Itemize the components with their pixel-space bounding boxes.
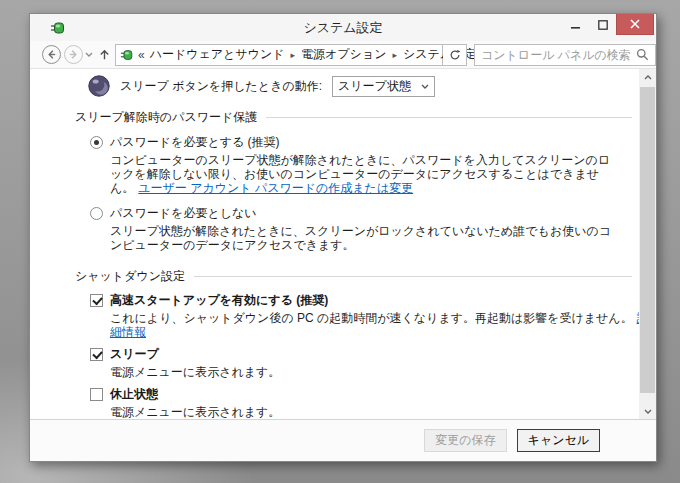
checkbox-label[interactable]: 高速スタートアップを有効にする (推奨)	[110, 292, 328, 309]
search-icon[interactable]	[636, 48, 649, 61]
breadcrumb-separator-icon: ▸	[291, 50, 296, 60]
description-text: 電源メニューに表示されます。	[110, 365, 280, 379]
section-divider	[194, 276, 632, 277]
radio-label[interactable]: パスワードを必要としない	[110, 205, 257, 222]
option-description: 電源メニューに表示されます。	[110, 405, 656, 419]
section-divider	[266, 117, 632, 118]
breadcrumb-separator-icon: ▸	[392, 50, 397, 60]
settings-content: スリープ ボタンを押したときの動作: スリープ状態 スリープ解除時のパスワード保…	[30, 69, 656, 419]
maximize-icon	[598, 20, 608, 30]
search-input[interactable]	[481, 48, 636, 62]
refresh-button[interactable]	[443, 44, 467, 66]
cancel-button[interactable]: キャンセル	[517, 429, 600, 452]
scroll-down-button[interactable]	[639, 403, 656, 419]
description-text: これにより、シャットダウン後の PC の起動時間が速くなります。再起動は影響を受…	[110, 311, 633, 325]
section-title: シャットダウン設定	[75, 268, 185, 285]
save-changes-button[interactable]: 変更の保存	[424, 429, 506, 452]
password-protection-section-header: スリープ解除時のパスワード保護	[75, 109, 632, 126]
sleep-action-selected-value: スリープ状態	[338, 78, 411, 95]
create-password-link[interactable]: ユーザー アカウント パスワードの作成または変更	[138, 181, 413, 195]
option-description: 電源メニューに表示されます。	[110, 365, 656, 379]
close-icon	[630, 19, 640, 29]
forward-arrow-icon	[68, 49, 79, 60]
radio-label[interactable]: パスワードを必要とする (推奨)	[110, 134, 280, 151]
sleep-action-select[interactable]: スリープ状態	[332, 76, 435, 97]
fast-startup-checkbox[interactable]	[90, 294, 103, 307]
refresh-icon	[449, 49, 461, 61]
caption-controls	[562, 14, 654, 35]
sleep-option: スリープ 電源メニューに表示されます。	[90, 346, 656, 379]
description-text: 電源メニューに表示されます。	[110, 405, 280, 419]
option-description: スリープ状態が解除されたときに、スクリーンがロックされていないため誰でもお使いの…	[110, 224, 618, 252]
breadcrumb-item-power-options[interactable]: 電源オプション	[301, 46, 386, 63]
section-title: スリープ解除時のパスワード保護	[75, 109, 257, 126]
title-bar[interactable]: システム設定	[30, 14, 656, 41]
back-arrow-icon	[46, 49, 57, 60]
require-password-option: パスワードを必要とする (推奨) コンピューターのスリープ状態が解除されたときに…	[90, 134, 656, 195]
no-password-option: パスワードを必要としない スリープ状態が解除されたときに、スクリーンがロックされ…	[90, 205, 656, 252]
breadcrumb-overflow-chevron[interactable]: «	[138, 48, 145, 62]
chevron-up-icon	[644, 75, 652, 80]
up-button[interactable]	[98, 48, 111, 61]
option-description: これにより、シャットダウン後の PC の起動時間が速くなります。再起動は影響を受…	[110, 311, 656, 339]
vertical-scrollbar[interactable]	[639, 69, 656, 419]
hibernate-checkbox[interactable]	[90, 388, 103, 401]
minimize-button[interactable]	[562, 14, 589, 35]
up-arrow-icon	[98, 48, 111, 61]
breadcrumb-item-hardware-and-sound[interactable]: ハードウェアとサウンド	[150, 46, 285, 63]
scrollbar-thumb[interactable]	[640, 87, 655, 393]
system-settings-window: システム設定	[29, 13, 657, 462]
close-button[interactable]	[616, 14, 654, 35]
address-bar[interactable]: « ハードウェアとサウンド ▸ 電源オプション ▸ システム設定	[115, 44, 443, 66]
search-box[interactable]	[474, 44, 656, 66]
chevron-down-icon	[421, 84, 429, 89]
require-password-radio[interactable]	[90, 136, 103, 149]
maximize-button[interactable]	[589, 14, 616, 35]
footer-button-bar: 変更の保存 キャンセル	[30, 419, 656, 461]
sleep-button-action-row: スリープ ボタンを押したときの動作: スリープ状態	[30, 69, 656, 97]
shutdown-settings-section-header: シャットダウン設定	[75, 268, 632, 285]
hibernate-option: 休止状態 電源メニューに表示されます。	[90, 386, 656, 419]
sleep-action-label: スリープ ボタンを押したときの動作:	[120, 78, 322, 95]
back-button[interactable]	[42, 45, 61, 64]
forward-button[interactable]	[64, 45, 83, 64]
scroll-up-button[interactable]	[639, 69, 656, 85]
power-options-icon	[50, 20, 66, 36]
checkbox-label[interactable]: 休止状態	[110, 386, 158, 403]
chevron-down-icon	[85, 52, 93, 57]
sleep-checkbox[interactable]	[90, 348, 103, 361]
description-text: スリープ状態が解除されたときに、スクリーンがロックされていないため誰でもお使いの…	[110, 224, 611, 252]
power-options-icon-small	[120, 48, 134, 62]
chevron-down-icon	[644, 409, 652, 414]
minimize-icon	[571, 20, 581, 30]
no-password-radio[interactable]	[90, 207, 103, 220]
sleep-button-icon	[88, 75, 110, 97]
navigation-toolbar: « ハードウェアとサウンド ▸ 電源オプション ▸ システム設定	[30, 41, 656, 69]
desktop-background: システム設定	[0, 0, 680, 483]
checkbox-label[interactable]: スリープ	[110, 346, 159, 363]
option-description: コンピューターのスリープ状態が解除されたときに、パスワードを入力してスクリーンの…	[110, 153, 618, 195]
fast-startup-option: 高速スタートアップを有効にする (推奨) これにより、シャットダウン後の PC …	[90, 292, 656, 339]
recent-pages-dropdown[interactable]	[85, 52, 93, 57]
